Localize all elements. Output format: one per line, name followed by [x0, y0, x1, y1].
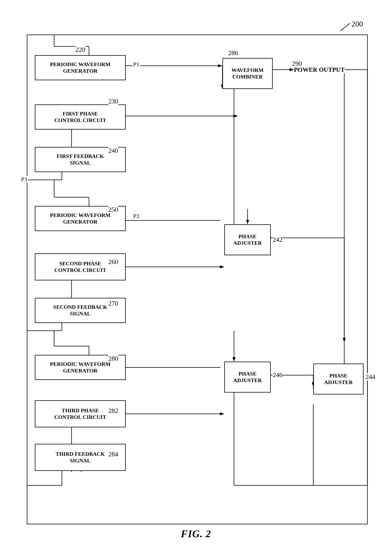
po-ref: 290 — [292, 60, 302, 67]
svg-line-0 — [340, 23, 350, 31]
pwg1-ref: 220 — [75, 46, 85, 53]
svg-marker-78 — [246, 220, 249, 224]
diagram-container: 200 — [15, 15, 377, 541]
svg-marker-55 — [220, 412, 224, 415]
sfs-ref: 270 — [108, 300, 118, 307]
p1-label: P1 — [132, 61, 140, 67]
pwg1-box: PERIODIC WAVEFORM GENERATOR — [35, 55, 126, 80]
svg-marker-47 — [343, 338, 346, 342]
svg-marker-15 — [233, 115, 238, 117]
pa244-ref: 244 — [365, 373, 375, 380]
pa242-ref: 242 — [273, 236, 283, 243]
wc-box: WAVEFORM COMBINER — [222, 58, 273, 89]
svg-marker-33 — [220, 265, 224, 268]
diagram-number: 200 — [351, 19, 363, 29]
pa242-box: PHASE ADJUSTER — [224, 224, 271, 255]
svg-marker-6 — [218, 64, 222, 67]
fpcc-box: FIRST PHASE CONTROL CIRCUIT — [35, 104, 126, 130]
svg-marker-10 — [290, 68, 294, 71]
spcc-box: SECOND PHASE CONTROL CIRCUIT — [35, 253, 126, 280]
spcc-ref: 260 — [108, 258, 118, 265]
ffs-ref: 240 — [108, 147, 118, 154]
tpcc-ref: 282 — [108, 407, 118, 414]
figure-label: FIG. 2 — [181, 528, 211, 540]
fpcc-ref: 230 — [108, 98, 118, 105]
pa246-ref: 246 — [273, 371, 283, 379]
svg-marker-53 — [232, 357, 236, 362]
pa244-box: PHASE ADJUSTER — [313, 364, 363, 394]
pa246-box: PHASE ADJUSTER — [224, 362, 271, 393]
pwg3-ref: 280 — [108, 355, 118, 362]
p2-label: P2 — [132, 213, 140, 219]
pwg2-ref: 250 — [108, 206, 118, 213]
tfs-ref: 284 — [108, 451, 118, 458]
p3-label: P3 — [20, 176, 28, 183]
wc-ref: 286 — [228, 49, 238, 57]
